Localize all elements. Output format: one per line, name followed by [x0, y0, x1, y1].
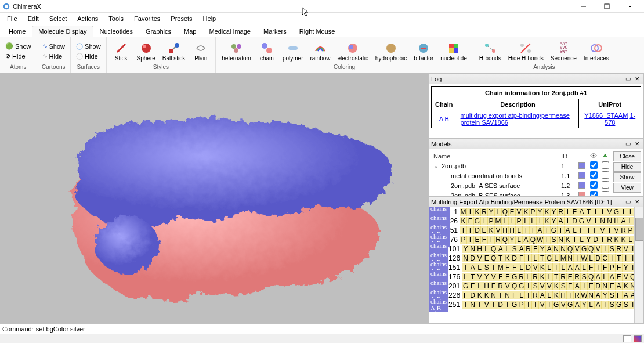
residue[interactable]: I [467, 208, 474, 216]
uniprot-link[interactable]: Y1866_STAAM [584, 112, 628, 119]
residue[interactable]: R [495, 236, 502, 244]
residue[interactable]: I [532, 301, 539, 309]
residue[interactable]: K [553, 282, 560, 290]
residue[interactable]: I [525, 254, 532, 262]
residue[interactable]: Q [511, 282, 518, 290]
residue[interactable]: S [483, 263, 490, 272]
residue[interactable]: I [462, 263, 469, 272]
models-hdr-id[interactable]: ID [561, 153, 576, 160]
sequence-undock-button[interactable]: ▭ [624, 198, 632, 206]
maximize-button[interactable] [595, 1, 618, 12]
residue[interactable]: Q [502, 208, 509, 216]
residue[interactable]: G [511, 273, 518, 281]
residue[interactable]: S [581, 273, 588, 281]
residue[interactable]: F [567, 282, 574, 290]
residue[interactable]: N [504, 291, 511, 299]
residue[interactable]: W [537, 236, 544, 244]
residue[interactable]: I [565, 217, 571, 225]
model-shown-checkbox[interactable] [590, 191, 598, 196]
residue[interactable]: M [495, 217, 502, 225]
residue[interactable]: A [565, 226, 571, 234]
residue[interactable]: T [460, 226, 467, 234]
model-color-swatch[interactable] [578, 192, 585, 196]
residue[interactable]: T [553, 273, 560, 281]
residue[interactable]: I [488, 236, 495, 244]
residue[interactable]: D [474, 226, 481, 234]
residue[interactable]: H [502, 226, 509, 234]
style-plain-button[interactable]: Plain [190, 40, 212, 63]
residue[interactable]: F [588, 263, 595, 272]
surfaces-show-button[interactable]: ◯Show [74, 42, 103, 50]
residue[interactable]: S [532, 282, 539, 290]
color-hydrophobic-button[interactable]: hydrophobic [373, 40, 409, 63]
residue[interactable]: A [539, 291, 546, 299]
residue[interactable]: F [511, 263, 518, 272]
residue[interactable]: L [504, 245, 511, 253]
residue[interactable]: T [525, 291, 532, 299]
residue[interactable]: K [504, 254, 511, 262]
residue[interactable]: L [578, 236, 585, 244]
residue[interactable]: L [523, 217, 530, 225]
model-color-swatch[interactable] [578, 162, 585, 169]
residue[interactable]: K [623, 282, 629, 290]
residue[interactable]: R [574, 273, 581, 281]
residue[interactable]: I [558, 226, 565, 234]
menu-help[interactable]: Help [198, 14, 221, 23]
residue[interactable]: F [518, 254, 525, 262]
sequence-scrollbar[interactable] [634, 207, 643, 323]
residue[interactable]: D [595, 282, 602, 290]
residue[interactable]: R [532, 291, 539, 299]
residue[interactable]: A [578, 208, 585, 216]
residue[interactable]: Y [623, 263, 629, 272]
residue[interactable]: N [462, 254, 469, 262]
residue[interactable]: I [599, 208, 606, 216]
residue[interactable]: Y [509, 236, 516, 244]
residue[interactable]: A [616, 282, 623, 290]
residue[interactable]: E [474, 236, 481, 244]
residue[interactable]: L [627, 217, 634, 225]
residue[interactable]: E [567, 273, 574, 281]
residue[interactable]: Q [490, 245, 497, 253]
residue[interactable]: L [518, 291, 525, 299]
residue[interactable]: F [532, 245, 539, 253]
residue[interactable]: N [490, 291, 497, 299]
analysis-hbonds-button[interactable]: H-bonds [477, 40, 504, 63]
residue[interactable]: T [469, 273, 476, 281]
models-close-btn[interactable]: Close [613, 151, 641, 161]
log-close-button[interactable]: ✕ [633, 75, 641, 83]
residue[interactable]: S [511, 245, 518, 253]
model-shown-checkbox[interactable] [590, 181, 598, 189]
residue[interactable]: Y [551, 208, 558, 216]
residue[interactable]: F [504, 273, 511, 281]
residue[interactable]: S [623, 301, 629, 309]
residue[interactable]: H [476, 245, 483, 253]
residue[interactable]: F [511, 291, 518, 299]
cartoons-show-button[interactable]: ∿Show [41, 42, 67, 50]
residue[interactable]: F [504, 263, 511, 272]
residue[interactable]: R [525, 245, 532, 253]
residue[interactable]: F [509, 208, 516, 216]
residue[interactable]: A [623, 291, 629, 299]
residue[interactable]: G [581, 245, 588, 253]
residue[interactable]: V [585, 217, 592, 225]
color-chain-button[interactable]: chain [256, 40, 278, 63]
residue[interactable]: I [530, 226, 537, 234]
residue[interactable]: I [490, 263, 497, 272]
residue[interactable]: A [546, 245, 553, 253]
residue[interactable]: E [609, 282, 616, 290]
residue[interactable]: F [571, 208, 578, 216]
chain-link-a[interactable]: A [439, 115, 443, 122]
analysis-interfaces-button[interactable]: Interfaces [581, 40, 612, 63]
residue[interactable]: T [616, 254, 623, 262]
residue[interactable]: V [539, 301, 546, 309]
residue[interactable]: P [609, 263, 616, 272]
residue[interactable]: H [560, 291, 567, 299]
residue[interactable]: L [581, 263, 588, 272]
residue[interactable]: I [571, 236, 578, 244]
tab-home[interactable]: Home [2, 26, 32, 37]
residue[interactable]: I [599, 236, 606, 244]
surfaces-hide-button[interactable]: ◯Hide [74, 52, 100, 60]
log-undock-button[interactable]: ▭ [624, 75, 632, 83]
residue[interactable]: G [616, 301, 623, 309]
residue[interactable]: Y [537, 208, 544, 216]
